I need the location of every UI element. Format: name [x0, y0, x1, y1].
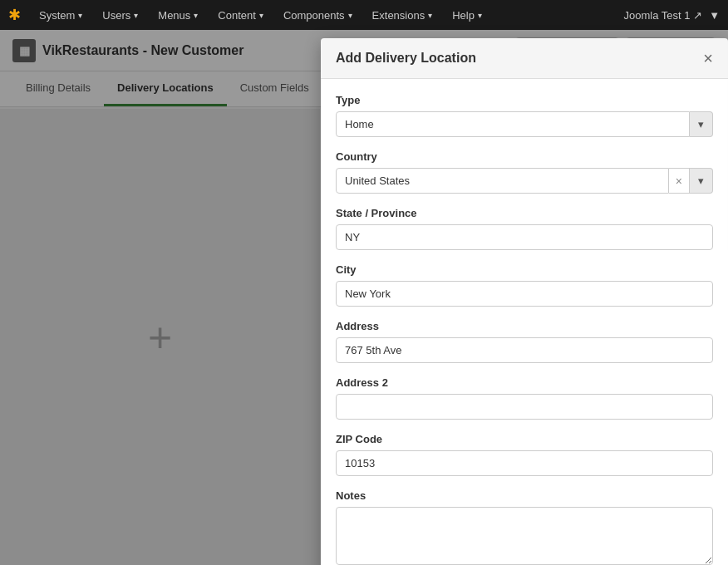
state-field-group: State / Province [336, 207, 713, 250]
type-select[interactable]: Home Work Other [336, 111, 690, 137]
nav-system[interactable]: System ▾ [31, 4, 91, 27]
chevron-down-icon: ▾ [194, 11, 198, 20]
type-select-wrapper: Home Work Other ▾ [336, 111, 713, 137]
nav-help[interactable]: Help ▾ [444, 4, 490, 27]
nav-components[interactable]: Components ▾ [275, 4, 361, 27]
country-arrow-button[interactable]: ▾ [690, 168, 713, 194]
joomla-test-user-link[interactable]: Joomla Test 1 ↗ [624, 9, 703, 22]
address2-label: Address 2 [336, 376, 713, 389]
country-field-group: Country × ▾ [336, 150, 713, 194]
modal-overlay: Add Delivery Location × Type Home Work O… [0, 30, 728, 565]
city-input[interactable] [336, 281, 713, 307]
user-menu-button[interactable]: ▼ [709, 9, 720, 22]
top-navigation: ✱ System ▾ Users ▾ Menus ▾ Content ▾ Com… [0, 0, 728, 30]
city-field-group: City [336, 263, 713, 307]
notes-field-group: Notes [336, 489, 713, 565]
zip-label: ZIP Code [336, 433, 713, 445]
country-input-wrapper: × ▾ [336, 168, 713, 194]
chevron-down-icon: ▾ [78, 11, 82, 20]
zip-input[interactable] [336, 450, 713, 476]
country-clear-button[interactable]: × [669, 168, 690, 194]
state-label: State / Province [336, 207, 713, 219]
notes-label: Notes [336, 489, 713, 502]
modal-close-button[interactable]: × [703, 50, 713, 66]
country-input[interactable] [336, 168, 669, 194]
type-field-group: Type Home Work Other ▾ [336, 94, 713, 137]
nav-menus[interactable]: Menus ▾ [150, 4, 206, 27]
chevron-down-icon: ▾ [698, 174, 704, 187]
address-input[interactable] [336, 337, 713, 363]
modal-body: Type Home Work Other ▾ Country [321, 79, 728, 565]
nav-right: Joomla Test 1 ↗ ▼ [624, 9, 720, 22]
chevron-down-icon: ▾ [259, 11, 263, 20]
address-label: Address [336, 320, 713, 332]
nav-users[interactable]: Users ▾ [94, 4, 146, 27]
address-field-group: Address [336, 320, 713, 363]
type-label: Type [336, 94, 713, 106]
address2-field-group: Address 2 [336, 376, 713, 420]
zip-field-group: ZIP Code [336, 433, 713, 476]
nav-extensions[interactable]: Extensions ▾ [364, 4, 441, 27]
city-label: City [336, 263, 713, 276]
notes-textarea[interactable] [336, 507, 713, 565]
joomla-logo: ✱ [8, 6, 21, 24]
chevron-down-icon: ▾ [134, 11, 138, 20]
chevron-down-icon: ▾ [478, 11, 482, 20]
state-input[interactable] [336, 224, 713, 250]
chevron-down-icon: ▾ [428, 11, 432, 20]
chevron-down-icon: ▾ [348, 11, 352, 20]
modal-title: Add Delivery Location [336, 51, 476, 66]
address2-input[interactable] [336, 394, 713, 420]
chevron-down-icon: ▾ [698, 118, 704, 130]
country-label: Country [336, 150, 713, 163]
modal-header: Add Delivery Location × [321, 38, 728, 79]
add-delivery-location-modal: Add Delivery Location × Type Home Work O… [321, 38, 728, 565]
type-select-arrow-button[interactable]: ▾ [690, 111, 713, 137]
nav-content[interactable]: Content ▾ [209, 4, 272, 27]
